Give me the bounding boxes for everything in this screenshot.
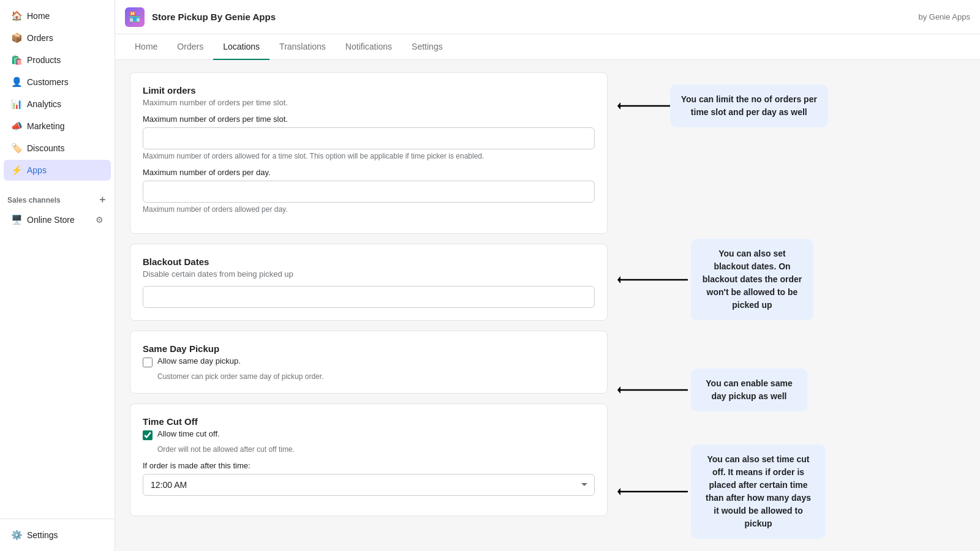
limit-orders-arrow-icon — [617, 97, 670, 115]
per-time-slot-hint: Maximum number of orders allowed for a t… — [143, 152, 595, 160]
sidebar-item-marketing[interactable]: 📣 Marketing — [4, 116, 111, 137]
limit-orders-title: Limit orders — [143, 85, 595, 96]
products-icon: 🛍️ — [11, 54, 22, 66]
time-cut-off-card: Time Cut Off Allow time cut off. Order w… — [130, 403, 608, 516]
time-select-wrapper: 12:00 AM — [143, 474, 595, 496]
tab-translations[interactable]: Translations — [270, 34, 336, 60]
callout-limit-arrow-group: You can limit the no of orders per time … — [617, 84, 828, 127]
blackout-dates-callout-bubble: You can also set blackout dates. On blac… — [691, 239, 813, 320]
time-cut-off-checkbox-label: Allow time cut off. — [157, 429, 220, 438]
discounts-icon: 🏷️ — [11, 143, 22, 154]
tab-orders[interactable]: Orders — [167, 34, 213, 60]
limit-orders-card: Limit orders Maximum number of orders pe… — [130, 72, 608, 234]
tab-home[interactable]: Home — [125, 34, 167, 60]
tab-settings[interactable]: Settings — [402, 34, 453, 60]
tab-notifications[interactable]: Notifications — [336, 34, 402, 60]
same-day-checkbox-row: Allow same day pickup. — [143, 356, 595, 367]
customers-icon: 👤 — [11, 77, 22, 88]
time-cut-off-arrow-icon — [617, 482, 691, 501]
sidebar-item-settings[interactable]: ⚙️ Settings — [4, 525, 111, 545]
same-day-pickup-card: Same Day Pickup Allow same day pickup. C… — [130, 331, 608, 394]
per-day-input[interactable] — [143, 181, 595, 203]
topbar: 🏪 Store Pickup By Genie Apps by Genie Ap… — [115, 0, 980, 34]
svg-marker-7 — [617, 488, 620, 495]
sidebar-item-apps[interactable]: ⚡ Apps — [4, 160, 111, 181]
per-day-hint: Maximum number of orders allowed per day… — [143, 205, 595, 214]
time-cut-off-checkbox-row: Allow time cut off. — [143, 429, 595, 440]
blackout-dates-subtitle: Disable certain dates from being picked … — [143, 269, 595, 279]
same-day-checkbox-label: Allow same day pickup. — [157, 356, 241, 365]
callout-blackout-dates: You can also set blackout dates. On blac… — [608, 239, 828, 320]
sidebar-item-orders[interactable]: 📦 Orders — [4, 28, 111, 48]
time-cut-off-checkbox[interactable] — [143, 430, 153, 440]
app-logo: 🏪 — [125, 7, 145, 27]
time-cut-off-checkbox-hint: Order will not be allowed after cut off … — [157, 445, 595, 454]
callout-time-cut-off: You can also set time cut off. It means … — [608, 444, 828, 539]
right-annotations: You can limit the no of orders per time … — [608, 72, 828, 539]
per-time-slot-label: Maximum number of orders per time slot. — [143, 114, 595, 124]
sidebar: 🏠 Home 📦 Orders 🛍️ Products 👤 Customers … — [0, 0, 115, 551]
spacer-2 — [608, 320, 828, 369]
apps-icon: ⚡ — [11, 165, 22, 176]
marketing-icon: 📣 — [11, 121, 22, 132]
settings-icon: ⚙️ — [11, 530, 22, 541]
sidebar-item-analytics[interactable]: 📊 Analytics — [4, 94, 111, 114]
spacer-1 — [608, 127, 828, 239]
blackout-dates-title: Blackout Dates — [143, 257, 595, 267]
content-area: Limit orders Maximum number of orders pe… — [115, 60, 980, 551]
tab-locations[interactable]: Locations — [213, 34, 270, 60]
if-order-time-group: If order is made after this time: 12:00 … — [143, 461, 595, 496]
limit-orders-subtitle: Maximum number of orders per time slot. — [143, 98, 595, 107]
spacer-3 — [608, 411, 828, 444]
analytics-icon: 📊 — [11, 99, 22, 110]
sidebar-item-home[interactable]: 🏠 Home — [4, 6, 111, 26]
topbar-by-label: by Genie Apps — [918, 12, 970, 21]
sidebar-bottom: ⚙️ Settings — [0, 519, 115, 546]
blackout-dates-card: Blackout Dates Disable certain dates fro… — [130, 244, 608, 321]
same-day-checkbox[interactable] — [143, 358, 153, 367]
tabs-bar: Home Orders Locations Translations Notif… — [115, 34, 980, 60]
sidebar-item-products[interactable]: 🛍️ Products — [4, 50, 111, 70]
svg-marker-1 — [617, 102, 620, 110]
per-day-group: Maximum number of orders per day. Maximu… — [143, 168, 595, 214]
time-select[interactable]: 12:00 AM — [143, 474, 595, 496]
online-store-settings-icon[interactable]: ⚙ — [96, 215, 104, 225]
sales-channels-section: Sales channels ＋ — [0, 186, 115, 209]
home-icon: 🏠 — [11, 10, 22, 21]
callout-limit-orders: You can limit the no of orders per time … — [608, 72, 828, 127]
blackout-dates-arrow-icon — [617, 271, 691, 289]
app-title: Store Pickup By Genie Apps — [152, 12, 276, 22]
online-store-icon: 🖥️ — [11, 214, 22, 225]
sidebar-item-online-store[interactable]: 🖥️ Online Store ⚙ — [4, 209, 111, 230]
main-section: Limit orders Maximum number of orders pe… — [130, 72, 608, 539]
same-day-pickup-arrow-icon — [617, 381, 691, 399]
time-cut-off-title: Time Cut Off — [143, 416, 595, 427]
per-time-slot-input[interactable] — [143, 127, 595, 149]
sidebar-item-discounts[interactable]: 🏷️ Discounts — [4, 138, 111, 159]
same-day-pickup-callout-bubble: You can enable same day pickup as well — [691, 369, 807, 411]
orders-icon: 📦 — [11, 32, 22, 43]
blackout-dates-input[interactable] — [143, 286, 595, 308]
per-day-label: Maximum number of orders per day. — [143, 168, 595, 177]
per-time-slot-group: Maximum number of orders per time slot. … — [143, 114, 595, 160]
sidebar-item-customers[interactable]: 👤 Customers — [4, 72, 111, 92]
time-cut-off-callout-bubble: You can also set time cut off. It means … — [691, 444, 826, 539]
limit-orders-callout-bubble: You can limit the no of orders per time … — [670, 84, 828, 127]
svg-marker-5 — [617, 386, 620, 394]
callout-same-day-pickup: You can enable same day pickup as well — [608, 369, 828, 411]
same-day-checkbox-hint: Customer can pick order same day of pick… — [157, 372, 595, 381]
svg-marker-3 — [617, 276, 620, 283]
main-content-area: 🏪 Store Pickup By Genie Apps by Genie Ap… — [115, 0, 980, 551]
same-day-pickup-title: Same Day Pickup — [143, 343, 595, 354]
add-sales-channel-icon[interactable]: ＋ — [97, 193, 107, 206]
if-order-time-label: If order is made after this time: — [143, 461, 595, 470]
